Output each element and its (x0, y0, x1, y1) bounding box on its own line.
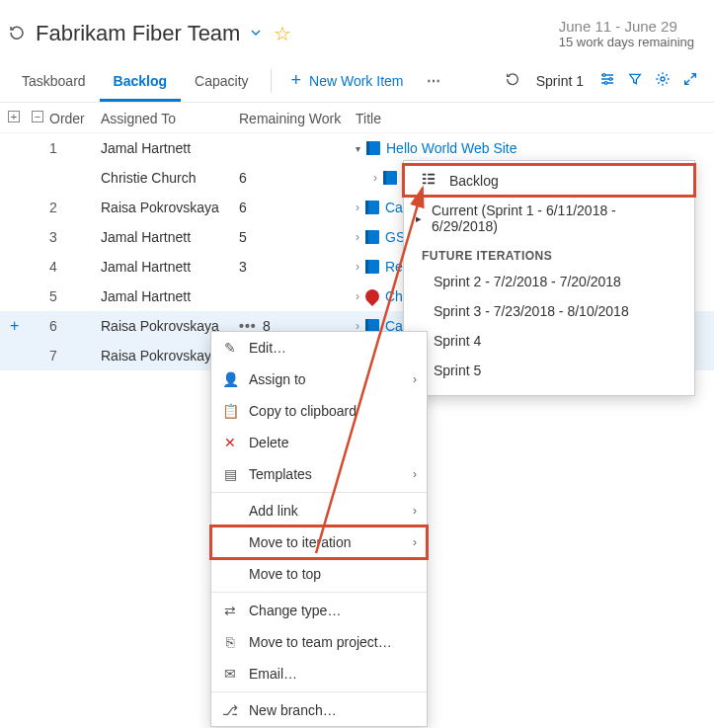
ctx-move-iteration[interactable]: Move to iteration › (211, 526, 427, 558)
ctx-add-link[interactable]: Add link › (211, 495, 427, 526)
bug-icon (362, 286, 382, 306)
assigned-cell: Jamal Hartnett (101, 259, 239, 275)
assigned-cell: Jamal Hartnett (101, 288, 239, 304)
feature-icon (383, 171, 397, 185)
move-icon: ⎘ (221, 634, 239, 650)
flyout-sprint2[interactable]: Sprint 2 - 7/2/2018 - 7/20/2018 (404, 267, 694, 296)
gear-icon[interactable] (655, 71, 671, 90)
feature-icon (365, 201, 379, 214)
order-cell: 5 (49, 288, 101, 304)
col-remaining[interactable]: Remaining Work (239, 111, 356, 126)
ctx-templates[interactable]: ▤ Templates › (211, 458, 427, 490)
sprint-refresh-icon[interactable] (505, 71, 520, 90)
order-cell: 1 (49, 140, 101, 156)
plus-icon: + (291, 70, 302, 91)
table-row[interactable]: 1 Jamal Hartnett Hello World Web Site (0, 133, 714, 163)
ctx-assign[interactable]: 👤 Assign to › (211, 364, 427, 395)
templates-icon: ▤ (221, 466, 239, 482)
more-actions-button[interactable]: ⋯ (415, 73, 454, 89)
pencil-icon: ✎ (221, 340, 239, 356)
svg-rect-4 (423, 174, 427, 176)
flyout-backlog[interactable]: Backlog (404, 165, 694, 196)
svg-point-3 (661, 77, 665, 81)
iteration-flyout: Backlog Current (Sprint 1 - 6/11/2018 - … (403, 160, 695, 396)
fullscreen-icon[interactable] (682, 71, 698, 90)
tab-backlog[interactable]: Backlog (100, 59, 181, 102)
col-title[interactable]: Title (356, 111, 706, 126)
svg-rect-9 (428, 183, 435, 185)
feature-icon (365, 230, 379, 244)
ctx-new-branch[interactable]: ⎇ New branch… (211, 694, 427, 726)
expand-collapse-controls[interactable] (8, 111, 49, 126)
flyout-sprint3[interactable]: Sprint 3 - 7/23/2018 - 8/10/2018 (404, 296, 694, 326)
tab-taskboard[interactable]: Taskboard (8, 59, 100, 102)
context-menu: ✎ Edit… 👤 Assign to › 📋 Copy to clipboar… (210, 331, 428, 727)
remain-cell: 5 (239, 229, 356, 245)
ctx-change-type[interactable]: ⇄ Change type… (211, 595, 427, 626)
ctx-email[interactable]: ✉ Email… (211, 658, 427, 689)
remain-cell: 6 (239, 170, 356, 186)
chevron-right-icon: › (413, 372, 417, 386)
flyout-sprint4[interactable]: Sprint 4 (404, 326, 694, 356)
separator (211, 592, 427, 593)
col-order[interactable]: Order (49, 111, 101, 126)
svg-point-1 (609, 78, 612, 81)
ctx-move-top[interactable]: Move to top (211, 558, 427, 590)
collapse-all-icon[interactable] (32, 111, 43, 122)
chevron-right-icon: › (413, 467, 417, 481)
chevron-down-icon[interactable] (248, 25, 264, 43)
sprint-days-remaining: 15 work days remaining (559, 35, 694, 49)
chevron-right-icon: › (413, 535, 417, 549)
new-work-item-button[interactable]: + New Work Item (279, 70, 416, 91)
ctx-delete[interactable]: ✕ Delete (211, 427, 427, 458)
flyout-current[interactable]: Current (Sprint 1 - 6/11/2018 - 6/29/201… (404, 196, 694, 241)
sprint-date-block: June 11 - June 29 15 work days remaining (559, 18, 706, 49)
svg-point-2 (604, 82, 607, 85)
order-cell: 4 (49, 259, 101, 275)
tab-capacity[interactable]: Capacity (181, 59, 262, 102)
settings-sliders-icon[interactable] (599, 71, 615, 90)
svg-rect-7 (428, 174, 435, 176)
team-title[interactable]: Fabrikam Fiber Team (36, 21, 240, 46)
assigned-cell: Christie Church (101, 170, 239, 186)
backlog-icon (422, 172, 439, 189)
svg-rect-5 (423, 178, 427, 180)
expand-all-icon[interactable] (8, 111, 20, 122)
feature-icon (365, 260, 379, 274)
flyout-future-heading: FUTURE ITERATIONS (404, 241, 694, 267)
svg-point-0 (602, 74, 605, 77)
grid-header: Order Assigned To Remaining Work Title (0, 103, 714, 133)
new-item-label: New Work Item (309, 73, 403, 89)
title-cell[interactable]: Hello World Web Site (356, 140, 706, 156)
assigned-cell: Jamal Hartnett (101, 229, 239, 245)
separator (211, 492, 427, 493)
feature-icon (366, 141, 380, 155)
svg-rect-6 (423, 183, 427, 185)
page-header: Fabrikam Fiber Team ☆ June 11 - June 29 … (0, 0, 714, 59)
filter-icon[interactable] (627, 71, 643, 90)
separator (211, 691, 427, 692)
flyout-sprint5[interactable]: Sprint 5 (404, 356, 694, 385)
delete-icon: ✕ (221, 435, 239, 450)
ctx-move-project[interactable]: ⎘ Move to team project… (211, 626, 427, 658)
clipboard-icon: 📋 (221, 403, 239, 419)
chevron-right-icon: › (413, 504, 417, 518)
sprint-picker-label[interactable]: Sprint 1 (536, 73, 584, 89)
right-toolbar: Sprint 1 (505, 71, 706, 90)
order-cell: 2 (49, 200, 101, 215)
remain-cell: 6 (239, 200, 356, 215)
favorite-star-icon[interactable]: ☆ (274, 22, 291, 45)
ctx-copy[interactable]: 📋 Copy to clipboard (211, 395, 427, 427)
swap-icon: ⇄ (221, 603, 239, 618)
col-assigned[interactable]: Assigned To (101, 111, 239, 126)
assigned-cell: Jamal Hartnett (101, 140, 239, 156)
order-cell: 6 (49, 318, 101, 334)
order-cell: 3 (49, 229, 101, 245)
tabs-row: Taskboard Backlog Capacity + New Work It… (0, 59, 714, 103)
mail-icon: ✉ (221, 666, 239, 682)
ctx-edit[interactable]: ✎ Edit… (211, 332, 427, 364)
sprint-date-range: June 11 - June 29 (559, 18, 694, 35)
order-cell: 7 (49, 348, 101, 364)
svg-rect-8 (428, 178, 435, 180)
team-icon (8, 24, 26, 44)
